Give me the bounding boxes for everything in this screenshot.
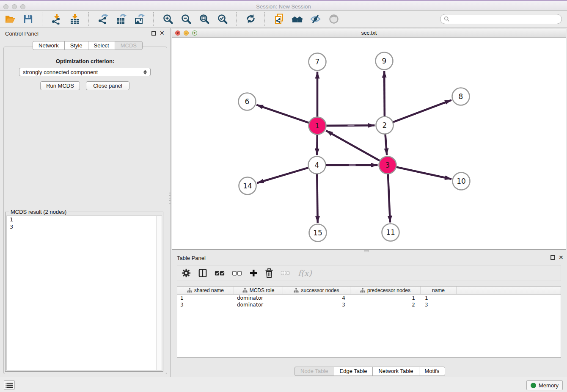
- edge-4-14[interactable]: [257, 168, 309, 183]
- edge-3-11[interactable]: [388, 173, 390, 222]
- graph-node-6[interactable]: 6: [239, 93, 256, 110]
- table-panel: Table Panel ✕ f(x): [172, 252, 567, 377]
- tab-motifs[interactable]: Motifs: [419, 367, 446, 376]
- edge-2-3[interactable]: [385, 133, 387, 155]
- table-toolbar: f(x): [177, 265, 561, 281]
- home-icon[interactable]: [292, 13, 303, 25]
- export-table-icon[interactable]: [116, 13, 127, 25]
- network-canvas[interactable]: 1234678910111415: [172, 38, 566, 249]
- graph-node-3[interactable]: 3: [379, 157, 396, 174]
- float-panel-icon[interactable]: [550, 255, 555, 260]
- hide-eye-icon[interactable]: [310, 13, 321, 25]
- import-table-icon[interactable]: [69, 13, 80, 25]
- close-panel-icon[interactable]: ✕: [559, 254, 564, 261]
- search-input[interactable]: [452, 16, 558, 22]
- cell-shared-name[interactable]: 3: [177, 301, 234, 308]
- column-header-mcds-role[interactable]: MCDS role: [234, 287, 283, 294]
- status-bar: Memory: [0, 377, 567, 392]
- export-image-icon[interactable]: [134, 13, 145, 25]
- edge-3-1[interactable]: [326, 130, 380, 161]
- column-header-shared-name[interactable]: shared name: [177, 287, 234, 294]
- optimization-criterion-dropdown[interactable]: strongly connected component: [19, 68, 151, 76]
- cell-name[interactable]: 3: [421, 301, 457, 308]
- gear-icon[interactable]: [182, 268, 191, 279]
- network-graph: 1234678910111415: [172, 38, 566, 249]
- cell-predecessor-nodes[interactable]: 1: [350, 295, 421, 301]
- cell-mcds-role[interactable]: dominator: [234, 295, 283, 301]
- graph-node-4[interactable]: 4: [308, 157, 326, 174]
- graph-node-2[interactable]: 2: [376, 117, 394, 134]
- mcds-result-list[interactable]: 1 3: [6, 215, 162, 370]
- table-row[interactable]: 1 dominator 4 1 1: [177, 295, 561, 301]
- zoom-out-icon[interactable]: [180, 13, 192, 25]
- main-toolbar: [0, 11, 567, 28]
- table-row[interactable]: 3 dominator 3 2 3: [177, 301, 561, 308]
- zoom-in-icon[interactable]: [162, 13, 173, 25]
- close-panel-icon[interactable]: ✕: [160, 30, 165, 36]
- vertical-splitter-handle[interactable]: [169, 193, 171, 205]
- svg-text:6: 6: [245, 97, 250, 106]
- svg-text:9: 9: [382, 57, 387, 65]
- float-panel-icon[interactable]: [151, 31, 156, 36]
- memory-button[interactable]: Memory: [526, 380, 563, 390]
- svg-text:2: 2: [383, 121, 387, 130]
- search-box[interactable]: [440, 14, 562, 24]
- table-header-row: shared name MCDS role successor nodes pr…: [177, 287, 561, 295]
- column-header-successor-nodes[interactable]: successor nodes: [283, 287, 350, 294]
- tab-select[interactable]: Select: [88, 41, 115, 50]
- edge-4-15[interactable]: [317, 173, 317, 223]
- clone-network-icon[interactable]: [273, 13, 285, 25]
- cell-name[interactable]: 1: [421, 295, 457, 301]
- cell-predecessor-nodes[interactable]: 2: [350, 301, 421, 308]
- result-scrollbar[interactable]: [156, 216, 162, 370]
- column-header-predecessor-nodes[interactable]: predecessor nodes: [350, 287, 421, 294]
- save-icon[interactable]: [22, 13, 34, 25]
- tab-node-table[interactable]: Node Table: [295, 367, 334, 376]
- toolbar-separator: [153, 12, 154, 26]
- tab-style[interactable]: Style: [64, 41, 88, 50]
- edge-2-8[interactable]: [392, 100, 451, 122]
- graph-node-15[interactable]: 15: [309, 224, 327, 242]
- eye-disabled-icon[interactable]: [328, 13, 339, 25]
- task-history-button[interactable]: [4, 380, 15, 390]
- trash-icon[interactable]: [265, 268, 273, 279]
- close-panel-button[interactable]: Close panel: [86, 81, 129, 90]
- graph-node-7[interactable]: 7: [309, 53, 326, 71]
- graph-node-9[interactable]: 9: [376, 52, 393, 70]
- memory-label: Memory: [539, 382, 559, 389]
- cell-shared-name[interactable]: 1: [177, 295, 234, 301]
- cell-successor-nodes[interactable]: 4: [283, 295, 350, 301]
- column-header-name[interactable]: name: [421, 287, 457, 294]
- graph-node-10[interactable]: 10: [453, 173, 470, 190]
- mcds-result-item[interactable]: 3: [7, 223, 162, 230]
- tab-network-table[interactable]: Network Table: [372, 367, 418, 376]
- edge-1-6[interactable]: [256, 105, 309, 123]
- refresh-icon[interactable]: [245, 13, 256, 25]
- zoom-selected-icon[interactable]: [217, 13, 228, 25]
- window-title: Session: New Session: [0, 3, 567, 10]
- edge-2-9[interactable]: [384, 71, 385, 117]
- graph-node-8[interactable]: 8: [452, 88, 470, 105]
- open-file-icon[interactable]: [4, 13, 16, 25]
- graph-node-1[interactable]: 1: [309, 117, 326, 135]
- export-network-icon[interactable]: [97, 13, 109, 25]
- mcds-result-item[interactable]: 1: [7, 216, 162, 223]
- cell-mcds-role[interactable]: dominator: [234, 301, 283, 308]
- network-frame-titlebar[interactable]: x − + scc.txt: [172, 28, 566, 38]
- tab-network[interactable]: Network: [33, 41, 64, 50]
- add-column-icon[interactable]: [249, 268, 258, 279]
- run-mcds-button[interactable]: Run MCDS: [40, 81, 80, 90]
- tab-edge-table[interactable]: Edge Table: [334, 367, 373, 376]
- tab-mcds[interactable]: MCDS: [115, 41, 143, 50]
- deselect-all-icon[interactable]: [232, 268, 242, 279]
- edge-3-10[interactable]: [396, 167, 451, 179]
- graph-node-11[interactable]: 11: [382, 224, 399, 241]
- cell-successor-nodes[interactable]: 3: [283, 301, 350, 308]
- select-all-icon[interactable]: [215, 268, 225, 279]
- import-network-icon[interactable]: [51, 13, 62, 25]
- edge-1-4[interactable]: [317, 134, 317, 155]
- list-icon: [6, 382, 13, 388]
- zoom-fit-icon[interactable]: [198, 13, 210, 25]
- graph-node-14[interactable]: 14: [239, 177, 256, 195]
- column-view-icon[interactable]: [198, 268, 207, 279]
